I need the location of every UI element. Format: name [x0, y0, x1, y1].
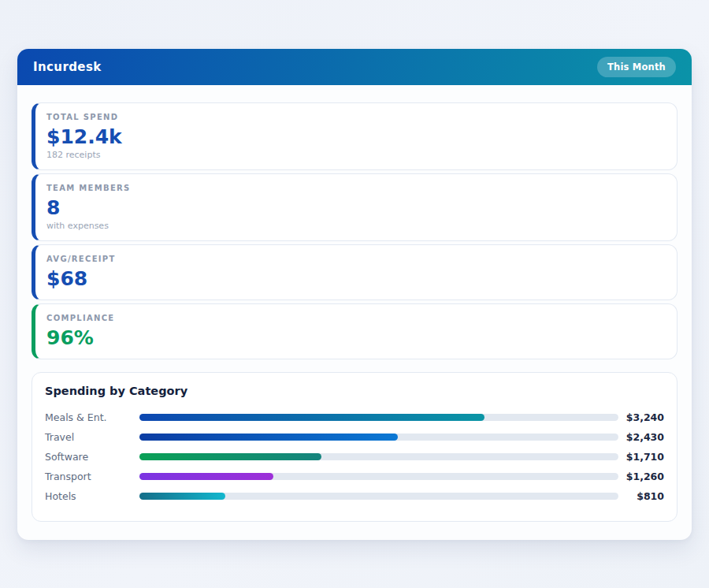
- chart-row-hotels: Hotels $810: [45, 486, 664, 506]
- bar-fill: [139, 453, 321, 460]
- app-header: Incurdesk This Month: [17, 49, 692, 85]
- spending-by-category-card: Spending by Category Meals & Ent. $3,240…: [32, 372, 677, 522]
- bar-track: [139, 493, 618, 500]
- stat-value: $12.4k: [46, 125, 664, 149]
- chart-row-software: Software $1,710: [45, 447, 664, 467]
- bar-fill: [139, 493, 225, 500]
- bar-track: [139, 414, 618, 421]
- category-value: $810: [618, 490, 664, 502]
- category-label: Travel: [45, 431, 139, 443]
- app-title: Incurdesk: [33, 60, 102, 74]
- stat-label: AVG/RECEIPT: [46, 254, 664, 265]
- chart-row-meals: Meals & Ent. $3,240: [45, 408, 664, 427]
- stat-card-avg-receipt: AVG/RECEIPT $68: [32, 244, 677, 300]
- category-value: $1,710: [618, 451, 664, 463]
- chart-row-transport: Transport $1,260: [45, 467, 664, 486]
- stat-card-team-members: TEAM MEMBERS 8 with expenses: [32, 173, 677, 241]
- bar-track: [139, 434, 618, 441]
- stat-sub: with expenses: [46, 220, 664, 232]
- stat-sub: 182 receipts: [46, 149, 664, 161]
- bar-track: [139, 453, 618, 460]
- period-badge-button[interactable]: This Month: [597, 57, 676, 77]
- category-label: Software: [45, 451, 139, 463]
- category-value: $2,430: [618, 431, 664, 443]
- chart-title: Spending by Category: [45, 385, 664, 397]
- category-label: Hotels: [45, 490, 139, 502]
- category-value: $3,240: [618, 411, 664, 423]
- bar-track: [139, 473, 618, 480]
- bar-fill: [139, 414, 484, 421]
- stat-card-compliance: COMPLIANCE 96%: [32, 303, 677, 359]
- chart-row-travel: Travel $2,430: [45, 427, 664, 447]
- app-card: Incurdesk This Month TOTAL SPEND $12.4k …: [17, 49, 692, 540]
- bar-fill: [139, 434, 398, 441]
- bar-fill: [139, 473, 273, 480]
- category-value: $1,260: [618, 471, 664, 482]
- stat-value: 96%: [46, 326, 664, 350]
- stat-card-total-spend: TOTAL SPEND $12.4k 182 receipts: [32, 102, 677, 170]
- stat-label: COMPLIANCE: [46, 313, 664, 324]
- stat-label: TEAM MEMBERS: [46, 183, 664, 194]
- category-label: Meals & Ent.: [45, 411, 139, 423]
- stat-label: TOTAL SPEND: [46, 112, 664, 123]
- category-label: Transport: [45, 471, 139, 482]
- stat-value: $68: [46, 266, 664, 291]
- app-body: TOTAL SPEND $12.4k 182 receipts TEAM MEM…: [17, 85, 692, 522]
- stat-value: 8: [46, 195, 664, 220]
